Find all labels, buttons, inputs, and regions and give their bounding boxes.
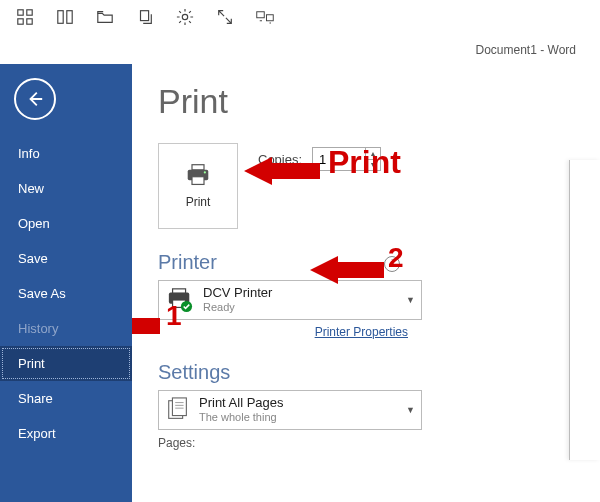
print-preview-edge	[569, 160, 600, 460]
title-bar: Document1 - Word	[0, 36, 600, 64]
sidebar-item-info[interactable]: Info	[0, 136, 132, 171]
svg-rect-4	[58, 10, 63, 23]
printer-heading: Printer	[158, 251, 217, 274]
quick-access-toolbar	[0, 0, 600, 36]
pages-icon	[165, 397, 191, 423]
screens-icon[interactable]	[256, 8, 274, 29]
settings-heading: Settings	[158, 361, 600, 384]
printer-status: Ready	[203, 301, 272, 315]
printer-name: DCV Printer	[203, 285, 272, 301]
info-icon[interactable]: i	[384, 256, 400, 272]
back-button[interactable]	[14, 78, 56, 120]
printer-icon	[184, 163, 212, 187]
svg-rect-12	[192, 177, 204, 185]
backstage-sidebar: Info New Open Save Save As History Print…	[0, 64, 132, 502]
sidebar-item-export[interactable]: Export	[0, 416, 132, 451]
print-range-title: Print All Pages	[199, 395, 284, 411]
sidebar-item-new[interactable]: New	[0, 171, 132, 206]
sidebar-item-share[interactable]: Share	[0, 381, 132, 416]
printer-properties-link[interactable]: Printer Properties	[158, 325, 408, 339]
svg-rect-9	[267, 14, 274, 20]
print-range-dropdown[interactable]: Print All Pages The whole thing ▼	[158, 390, 422, 430]
copies-down-icon[interactable]: ▼	[366, 160, 380, 171]
print-button-label: Print	[186, 195, 211, 209]
print-panel: Print Print Copies: ▲ ▼	[132, 64, 600, 502]
apps-icon[interactable]	[16, 8, 34, 29]
svg-rect-5	[67, 10, 72, 23]
copies-label: Copies:	[258, 152, 302, 167]
svg-rect-1	[27, 9, 32, 14]
sidebar-item-history: History	[0, 311, 132, 346]
sidebar-item-print[interactable]: Print	[0, 346, 132, 381]
sidebar-item-saveas[interactable]: Save As	[0, 276, 132, 311]
print-button[interactable]: Print	[158, 143, 238, 229]
copy-icon[interactable]	[136, 8, 154, 29]
document-title: Document1 - Word	[476, 43, 576, 57]
svg-rect-0	[18, 9, 23, 14]
print-range-sub: The whole thing	[199, 411, 284, 425]
svg-rect-8	[257, 11, 265, 17]
copies-stepper[interactable]: ▲ ▼	[312, 147, 381, 171]
svg-rect-19	[172, 398, 186, 416]
svg-point-7	[182, 14, 187, 19]
svg-rect-10	[192, 165, 204, 170]
copies-input[interactable]	[313, 148, 365, 170]
expand-icon[interactable]	[216, 8, 234, 29]
svg-rect-3	[27, 18, 32, 23]
printer-status-icon	[165, 287, 195, 313]
copies-up-icon[interactable]: ▲	[366, 148, 380, 160]
sidebar-item-open[interactable]: Open	[0, 206, 132, 241]
chevron-down-icon: ▼	[406, 405, 415, 415]
gear-icon[interactable]	[176, 8, 194, 29]
chevron-down-icon: ▼	[406, 295, 415, 305]
page-title: Print	[158, 82, 600, 121]
split-icon[interactable]	[56, 8, 74, 29]
svg-rect-6	[141, 10, 149, 20]
svg-rect-2	[18, 18, 23, 23]
folder-open-icon[interactable]	[96, 8, 114, 29]
pages-label: Pages:	[158, 436, 600, 450]
printer-dropdown[interactable]: DCV Printer Ready ▼	[158, 280, 422, 320]
svg-point-13	[204, 171, 206, 173]
sidebar-item-save[interactable]: Save	[0, 241, 132, 276]
